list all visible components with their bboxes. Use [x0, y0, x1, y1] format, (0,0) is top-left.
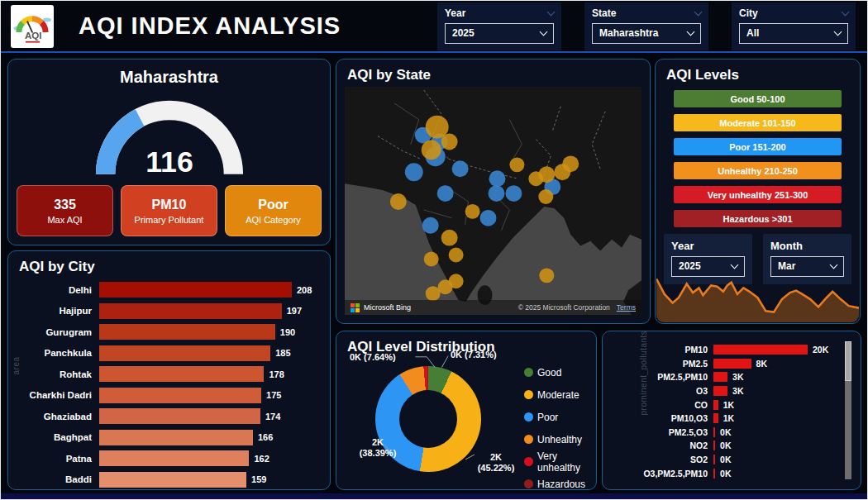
- city-slicer: City All: [732, 2, 856, 50]
- map-attribution: Microsoft Bing © 2025 Microsoft Corporat…: [345, 300, 641, 315]
- app-logo: AQI: [11, 5, 54, 48]
- kpi-card-0[interactable]: 335Max AQI: [17, 185, 113, 236]
- india-map: [345, 87, 641, 315]
- value-label: 1K: [723, 400, 734, 410]
- map-bubble-moderate[interactable]: [424, 252, 439, 267]
- terms-link[interactable]: Terms: [617, 303, 636, 312]
- bar[interactable]: [713, 359, 751, 369]
- category-label: Baddi: [25, 474, 99, 484]
- bar-row-NO2: NO20K: [627, 439, 832, 453]
- value-label: 0K: [720, 440, 731, 450]
- kpi-card-2[interactable]: PoorAQI Category: [225, 185, 322, 236]
- bar-row-Hajipur: Hajipur197: [25, 301, 320, 322]
- map-bubble-moderate[interactable]: [449, 248, 464, 263]
- city-dropdown[interactable]: All: [739, 23, 848, 44]
- header-bar: AQI AQI INDEX ANALYSIS Year 2025 State: [1, 1, 867, 53]
- aqi-gauge-chart[interactable]: 116: [83, 88, 256, 181]
- aqi-by-city-panel: AQI by City area Delhi208Hajipur197Gurug…: [7, 250, 331, 490]
- bar[interactable]: [99, 324, 275, 340]
- bar[interactable]: [99, 388, 261, 403]
- bar[interactable]: [713, 440, 715, 450]
- kpi-card-1[interactable]: PM10Primary Pollutant: [121, 185, 217, 236]
- legend-item-hazardous[interactable]: Hazardous: [524, 473, 596, 495]
- category-label: Charkhi Dadri: [25, 390, 99, 400]
- bar[interactable]: [713, 427, 715, 437]
- legend-item-good[interactable]: Good: [524, 361, 596, 383]
- map-bubble-moderate[interactable]: [528, 171, 543, 186]
- donut-hole: [399, 390, 457, 448]
- category-label: Panchkula: [25, 348, 99, 358]
- bar-row-Charkhi Dadri: Charkhi Dadri175: [25, 385, 320, 407]
- bar[interactable]: [713, 413, 718, 423]
- chevron-down-icon: [830, 261, 838, 269]
- aqi-levels-panel: AQI Levels Good 50-100Moderate 101-150Po…: [655, 59, 861, 324]
- bar-track: 162: [99, 450, 320, 466]
- value-label: 0K: [720, 455, 731, 464]
- map-bubble-moderate[interactable]: [538, 189, 553, 204]
- map-bubble-moderate[interactable]: [441, 134, 458, 150]
- bar[interactable]: [713, 469, 715, 479]
- bing-map-canvas[interactable]: Microsoft Bing © 2025 Microsoft Corporat…: [345, 87, 641, 315]
- kpi-label: Primary Pollutant: [135, 215, 204, 225]
- scrollbar-thumb[interactable]: [845, 341, 851, 381]
- map-bubble-moderate[interactable]: [422, 140, 441, 160]
- bar[interactable]: [99, 430, 253, 445]
- map-bubble-poor[interactable]: [452, 160, 469, 177]
- map-bubble-moderate[interactable]: [465, 204, 480, 219]
- bar-track: 20K: [713, 345, 832, 355]
- legend-item-unhealthy[interactable]: Unhealthy: [524, 428, 596, 450]
- bar[interactable]: [713, 372, 727, 382]
- map-bubble-poor[interactable]: [405, 163, 423, 181]
- bar[interactable]: [99, 303, 282, 319]
- map-bubble-poor[interactable]: [489, 170, 506, 187]
- value-label: 20K: [813, 345, 828, 355]
- bar[interactable]: [713, 386, 727, 396]
- scrollbar[interactable]: [845, 341, 851, 479]
- map-bubble-moderate[interactable]: [509, 157, 524, 172]
- bar[interactable]: [713, 455, 715, 464]
- bar-track: 3K: [713, 372, 832, 382]
- map-bubble-poor[interactable]: [437, 185, 454, 202]
- legend-label: Poor: [537, 412, 558, 423]
- month-mini-value: Mar: [778, 260, 795, 272]
- bar-row-PM2.5,PM10: PM2.5,PM103K: [627, 370, 832, 384]
- bar-row-Panchkula: Panchkula185: [25, 343, 320, 364]
- year-dropdown[interactable]: 2025: [445, 23, 554, 44]
- map-bubble-moderate[interactable]: [539, 268, 554, 283]
- map-bubble-poor[interactable]: [489, 185, 505, 202]
- chevron-down-icon[interactable]: [547, 7, 556, 16]
- map-bubble-moderate[interactable]: [390, 193, 407, 210]
- chevron-down-icon[interactable]: [842, 7, 850, 16]
- state-dropdown[interactable]: Maharashtra: [592, 23, 701, 44]
- map-bubble-moderate[interactable]: [441, 230, 458, 246]
- bar[interactable]: [99, 408, 260, 424]
- bar[interactable]: [713, 345, 808, 355]
- map-bubble-moderate[interactable]: [426, 286, 441, 301]
- bar[interactable]: [99, 282, 292, 298]
- microsoft-logo-icon: [351, 303, 360, 312]
- bar[interactable]: [713, 400, 718, 410]
- legend-item-poor[interactable]: Poor: [524, 406, 596, 428]
- map-bubble-poor[interactable]: [422, 217, 439, 234]
- aqi-levels-list: Good 50-100Moderate 101-150Poor 151-200U…: [674, 90, 842, 227]
- svg-text:AQI: AQI: [25, 30, 41, 40]
- category-label: Baghpat: [25, 432, 99, 442]
- map-bubble-poor[interactable]: [505, 185, 522, 202]
- chevron-down-icon[interactable]: [694, 7, 703, 16]
- legend-dot: [524, 412, 533, 421]
- bar-track: 0K: [713, 455, 832, 464]
- legend-item-moderate[interactable]: Moderate: [524, 383, 596, 406]
- bar[interactable]: [99, 472, 246, 488]
- year-slicer-label: Year: [445, 7, 465, 19]
- legend-item-very-unhealthy[interactable]: Very unhealthy: [524, 450, 596, 473]
- chevron-down-icon: [540, 27, 548, 36]
- bar[interactable]: [99, 450, 249, 466]
- aqi-trend-sparkline[interactable]: [656, 271, 859, 322]
- map-bubble-moderate[interactable]: [562, 155, 579, 172]
- bar-track: 1K: [713, 400, 832, 410]
- kpi-value: 335: [54, 198, 76, 212]
- bar[interactable]: [99, 345, 270, 361]
- bar[interactable]: [99, 366, 264, 382]
- map-bubble-poor[interactable]: [480, 210, 497, 226]
- legend-dot: [524, 479, 533, 488]
